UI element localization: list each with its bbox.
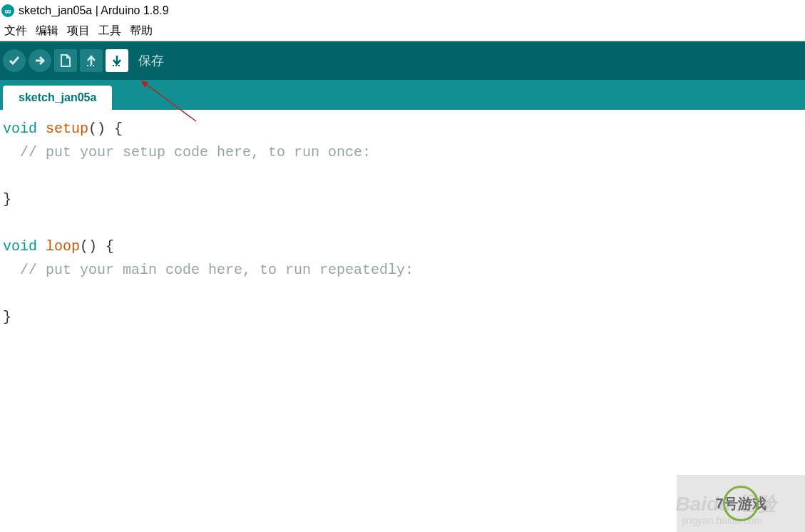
save-button[interactable]: [106, 49, 128, 72]
tabbar: sketch_jan05a: [0, 80, 805, 110]
watermark-badge-text: 7号游戏: [715, 494, 766, 513]
code-text: {: [106, 121, 123, 137]
watermark-main: Baidu 经验: [675, 491, 776, 518]
menubar: 文件 编辑 项目 工具 帮助: [0, 21, 805, 41]
arrow-down-icon: [110, 53, 124, 68]
function-name: setup: [46, 121, 88, 137]
function-name: loop: [46, 238, 80, 255]
verify-button[interactable]: [3, 49, 26, 72]
titlebar: sketch_jan05a | Arduino 1.8.9: [0, 0, 805, 21]
check-icon: [7, 53, 21, 68]
toolbar: 保存: [0, 41, 805, 80]
menu-help[interactable]: 帮助: [127, 22, 155, 40]
menu-edit[interactable]: 编辑: [33, 22, 61, 40]
keyword: void: [3, 238, 37, 255]
comment: // put your setup code here, to run once…: [3, 144, 371, 160]
menu-file[interactable]: 文件: [1, 22, 30, 40]
code-text: (): [80, 238, 97, 255]
code-text: }: [3, 191, 11, 208]
menu-sketch[interactable]: 项目: [64, 22, 93, 40]
keyword: void: [3, 121, 37, 137]
toolbar-tooltip: 保存: [138, 52, 164, 69]
watermark-sub: jingyan.baidu.com: [682, 515, 762, 526]
comment: // put your main code here, to run repea…: [3, 262, 414, 278]
watermark-badge: 7号游戏: [677, 475, 805, 532]
code-text: (): [88, 121, 106, 137]
arrow-right-icon: [33, 53, 47, 68]
new-button[interactable]: [54, 49, 77, 72]
menu-tools[interactable]: 工具: [96, 22, 124, 40]
code-editor[interactable]: void setup() { // put your setup code he…: [0, 110, 805, 336]
open-button[interactable]: [80, 49, 103, 72]
window-title: sketch_jan05a | Arduino 1.8.9: [19, 4, 169, 17]
file-icon: [58, 53, 73, 68]
arrow-up-icon: [84, 53, 98, 68]
code-text: {: [97, 238, 114, 255]
tab-active[interactable]: sketch_jan05a: [3, 86, 112, 110]
badge-circle-icon: [723, 486, 759, 521]
arduino-logo-icon: [1, 4, 14, 17]
upload-button[interactable]: [29, 49, 51, 72]
code-text: }: [3, 309, 11, 325]
